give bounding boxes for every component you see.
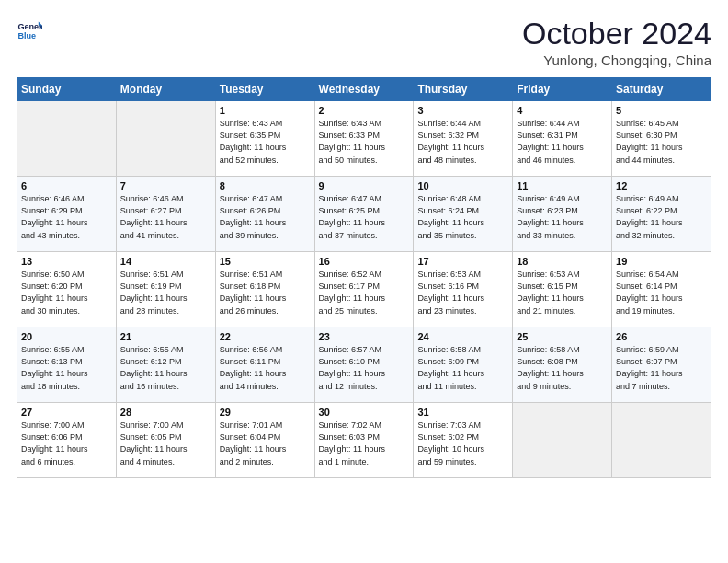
- calendar-week-row: 27Sunrise: 7:00 AM Sunset: 6:06 PM Dayli…: [17, 403, 711, 478]
- calendar-cell: 18Sunrise: 6:53 AM Sunset: 6:15 PM Dayli…: [513, 252, 612, 327]
- day-info: Sunrise: 7:00 AM Sunset: 6:06 PM Dayligh…: [21, 419, 112, 467]
- weekday-header-wednesday: Wednesday: [314, 78, 414, 101]
- day-info: Sunrise: 6:52 AM Sunset: 6:17 PM Dayligh…: [319, 269, 410, 316]
- calendar-cell: 25Sunrise: 6:58 AM Sunset: 6:08 PM Dayli…: [513, 327, 612, 403]
- weekday-header-sunday: Sunday: [17, 78, 117, 101]
- calendar-cell: 16Sunrise: 6:52 AM Sunset: 6:17 PM Dayli…: [314, 252, 414, 327]
- day-number: 25: [517, 331, 608, 342]
- calendar-cell: 24Sunrise: 6:58 AM Sunset: 6:09 PM Dayli…: [414, 327, 513, 403]
- day-number: 24: [417, 331, 508, 342]
- day-number: 16: [319, 256, 410, 267]
- day-number: 7: [120, 180, 211, 191]
- day-number: 14: [120, 256, 211, 267]
- calendar-cell: 2Sunrise: 6:43 AM Sunset: 6:33 PM Daylig…: [314, 101, 414, 177]
- day-info: Sunrise: 7:01 AM Sunset: 6:04 PM Dayligh…: [220, 419, 311, 467]
- calendar-cell: 19Sunrise: 6:54 AM Sunset: 6:14 PM Dayli…: [612, 252, 711, 327]
- day-number: 31: [417, 407, 508, 418]
- calendar-cell: 4Sunrise: 6:44 AM Sunset: 6:31 PM Daylig…: [513, 101, 612, 177]
- weekday-header-thursday: Thursday: [414, 78, 513, 101]
- svg-text:Blue: Blue: [17, 31, 36, 40]
- calendar-cell: 29Sunrise: 7:01 AM Sunset: 6:04 PM Dayli…: [215, 403, 314, 478]
- calendar-table: SundayMondayTuesdayWednesdayThursdayFrid…: [17, 77, 711, 478]
- calendar-cell: 9Sunrise: 6:47 AM Sunset: 6:25 PM Daylig…: [314, 177, 414, 252]
- calendar-cell: 20Sunrise: 6:55 AM Sunset: 6:13 PM Dayli…: [17, 327, 117, 403]
- calendar-cell: 26Sunrise: 6:59 AM Sunset: 6:07 PM Dayli…: [612, 327, 711, 403]
- day-info: Sunrise: 6:43 AM Sunset: 6:33 PM Dayligh…: [319, 118, 410, 166]
- day-number: 8: [220, 180, 311, 191]
- day-info: Sunrise: 6:55 AM Sunset: 6:13 PM Dayligh…: [21, 344, 112, 392]
- calendar-cell: 11Sunrise: 6:49 AM Sunset: 6:23 PM Dayli…: [513, 177, 612, 252]
- calendar-week-row: 20Sunrise: 6:55 AM Sunset: 6:13 PM Dayli…: [17, 327, 711, 403]
- day-number: 23: [319, 331, 410, 342]
- calendar-cell: 8Sunrise: 6:47 AM Sunset: 6:26 PM Daylig…: [215, 177, 314, 252]
- day-info: Sunrise: 6:47 AM Sunset: 6:25 PM Dayligh…: [319, 193, 410, 241]
- calendar-week-row: 1Sunrise: 6:43 AM Sunset: 6:35 PM Daylig…: [17, 101, 711, 177]
- day-info: Sunrise: 6:49 AM Sunset: 6:22 PM Dayligh…: [616, 193, 707, 241]
- day-info: Sunrise: 7:02 AM Sunset: 6:03 PM Dayligh…: [319, 419, 410, 467]
- day-info: Sunrise: 6:54 AM Sunset: 6:14 PM Dayligh…: [616, 269, 707, 316]
- calendar-cell: 15Sunrise: 6:51 AM Sunset: 6:18 PM Dayli…: [215, 252, 314, 327]
- weekday-header-tuesday: Tuesday: [215, 78, 314, 101]
- logo-icon: General Blue: [17, 17, 42, 42]
- day-info: Sunrise: 6:44 AM Sunset: 6:32 PM Dayligh…: [417, 118, 508, 166]
- day-number: 19: [616, 256, 707, 267]
- day-info: Sunrise: 6:51 AM Sunset: 6:18 PM Dayligh…: [220, 269, 311, 316]
- day-number: 3: [417, 105, 508, 116]
- day-number: 21: [120, 331, 211, 342]
- calendar-cell: 17Sunrise: 6:53 AM Sunset: 6:16 PM Dayli…: [414, 252, 513, 327]
- day-number: 30: [319, 407, 410, 418]
- day-number: 11: [517, 180, 608, 191]
- day-number: 18: [517, 256, 608, 267]
- calendar-cell: [513, 403, 612, 478]
- day-info: Sunrise: 6:43 AM Sunset: 6:35 PM Dayligh…: [220, 118, 311, 166]
- day-number: 9: [319, 180, 410, 191]
- day-info: Sunrise: 6:45 AM Sunset: 6:30 PM Dayligh…: [616, 118, 707, 166]
- day-info: Sunrise: 6:53 AM Sunset: 6:16 PM Dayligh…: [417, 269, 508, 316]
- calendar-page: General Blue October 2024 Yunlong, Chong…: [0, 0, 728, 563]
- day-info: Sunrise: 6:58 AM Sunset: 6:09 PM Dayligh…: [417, 344, 508, 392]
- day-number: 6: [21, 180, 112, 191]
- day-number: 29: [220, 407, 311, 418]
- weekday-header-row: SundayMondayTuesdayWednesdayThursdayFrid…: [17, 78, 711, 101]
- calendar-cell: 28Sunrise: 7:00 AM Sunset: 6:05 PM Dayli…: [116, 403, 215, 478]
- day-number: 2: [319, 105, 410, 116]
- calendar-cell: 12Sunrise: 6:49 AM Sunset: 6:22 PM Dayli…: [612, 177, 711, 252]
- day-info: Sunrise: 6:56 AM Sunset: 6:11 PM Dayligh…: [220, 344, 311, 392]
- day-info: Sunrise: 6:58 AM Sunset: 6:08 PM Dayligh…: [517, 344, 608, 392]
- day-number: 20: [21, 331, 112, 342]
- calendar-cell: 5Sunrise: 6:45 AM Sunset: 6:30 PM Daylig…: [612, 101, 711, 177]
- calendar-cell: [116, 101, 215, 177]
- day-info: Sunrise: 6:46 AM Sunset: 6:29 PM Dayligh…: [21, 193, 112, 241]
- calendar-cell: 1Sunrise: 6:43 AM Sunset: 6:35 PM Daylig…: [215, 101, 314, 177]
- calendar-cell: 27Sunrise: 7:00 AM Sunset: 6:06 PM Dayli…: [17, 403, 117, 478]
- day-info: Sunrise: 6:53 AM Sunset: 6:15 PM Dayligh…: [517, 269, 608, 316]
- day-info: Sunrise: 6:50 AM Sunset: 6:20 PM Dayligh…: [21, 269, 112, 316]
- day-number: 27: [21, 407, 112, 418]
- day-info: Sunrise: 6:48 AM Sunset: 6:24 PM Dayligh…: [417, 193, 508, 241]
- day-info: Sunrise: 6:47 AM Sunset: 6:26 PM Dayligh…: [220, 193, 311, 241]
- logo: General Blue: [17, 17, 42, 42]
- day-info: Sunrise: 7:03 AM Sunset: 6:02 PM Dayligh…: [417, 419, 508, 467]
- weekday-header-saturday: Saturday: [612, 78, 711, 101]
- location: Yunlong, Chongqing, China: [522, 52, 711, 68]
- day-number: 15: [220, 256, 311, 267]
- calendar-cell: 21Sunrise: 6:55 AM Sunset: 6:12 PM Dayli…: [116, 327, 215, 403]
- month-title: October 2024: [522, 17, 711, 51]
- day-number: 26: [616, 331, 707, 342]
- calendar-cell: 14Sunrise: 6:51 AM Sunset: 6:19 PM Dayli…: [116, 252, 215, 327]
- day-info: Sunrise: 6:59 AM Sunset: 6:07 PM Dayligh…: [616, 344, 707, 392]
- day-info: Sunrise: 6:57 AM Sunset: 6:10 PM Dayligh…: [319, 344, 410, 392]
- calendar-cell: [612, 403, 711, 478]
- day-info: Sunrise: 6:55 AM Sunset: 6:12 PM Dayligh…: [120, 344, 211, 392]
- weekday-header-monday: Monday: [116, 78, 215, 101]
- day-number: 4: [517, 105, 608, 116]
- day-info: Sunrise: 6:51 AM Sunset: 6:19 PM Dayligh…: [120, 269, 211, 316]
- day-info: Sunrise: 6:44 AM Sunset: 6:31 PM Dayligh…: [517, 118, 608, 166]
- day-number: 10: [417, 180, 508, 191]
- calendar-cell: 23Sunrise: 6:57 AM Sunset: 6:10 PM Dayli…: [314, 327, 414, 403]
- day-number: 13: [21, 256, 112, 267]
- day-info: Sunrise: 6:49 AM Sunset: 6:23 PM Dayligh…: [517, 193, 608, 241]
- calendar-cell: 22Sunrise: 6:56 AM Sunset: 6:11 PM Dayli…: [215, 327, 314, 403]
- header: General Blue October 2024 Yunlong, Chong…: [17, 17, 711, 68]
- weekday-header-friday: Friday: [513, 78, 612, 101]
